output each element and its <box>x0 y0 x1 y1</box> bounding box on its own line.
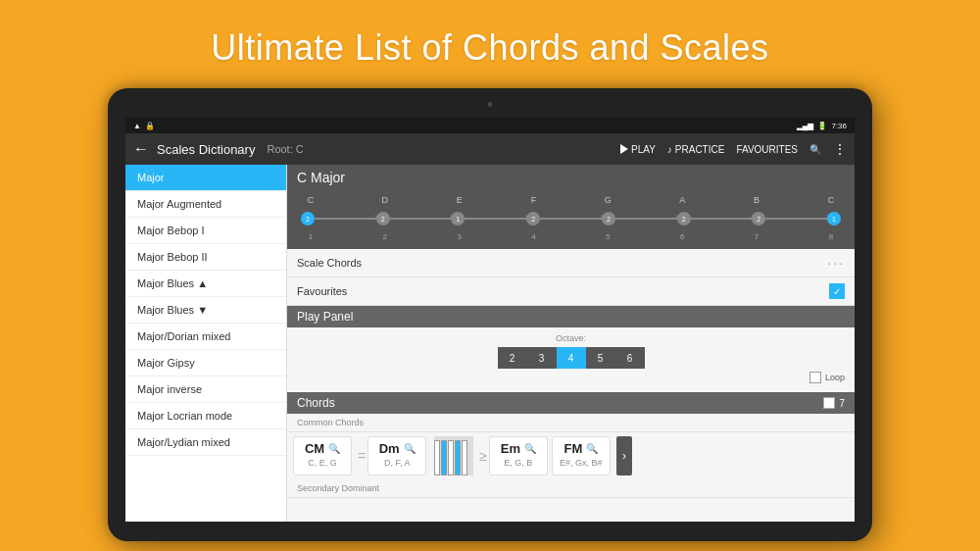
connector-7 <box>765 218 827 220</box>
chord-name-dm: Dm <box>379 441 400 456</box>
loop-label: Loop <box>825 373 845 382</box>
more-button[interactable]: ⋮ <box>833 141 847 157</box>
note-dot-1: 2 <box>301 212 315 225</box>
toolbar-title: Scales Dictionary <box>157 142 255 157</box>
note-dot-5: 2 <box>602 212 615 225</box>
sidebar-item-major-lydian[interactable]: Major/Lydian mixed <box>125 429 286 456</box>
chord-card-fm: FM 🔍 E#, Gx, B# <box>552 436 611 476</box>
chord-notes-cm: C, E, G <box>308 458 337 468</box>
scale-chords-value: ··· <box>827 255 845 271</box>
scale-chords-row: Scale Chords ··· <box>287 249 855 277</box>
sidebar-item-major[interactable]: Major <box>125 165 286 191</box>
scale-num-3: 3 <box>450 232 469 241</box>
note-label-b: B <box>747 195 766 205</box>
play-panel-content: Octave: 2 3 4 5 6 Loop <box>287 327 855 392</box>
wifi-icon: ▂▄▆ <box>797 122 814 130</box>
favourites-row: Favourites ✓ <box>287 277 855 306</box>
octave-5-button[interactable]: 5 <box>586 347 615 369</box>
practice-button[interactable]: ♪ PRACTICE <box>667 144 725 155</box>
note-label-c2: C <box>821 195 841 205</box>
sidebar-item-major-blues-up[interactable]: Major Blues ▲ <box>125 271 286 297</box>
page-title: Ultimate List of Chords and Scales <box>0 27 980 69</box>
sidebar-item-major-augmented[interactable]: Major Augmented <box>125 191 286 218</box>
practice-label: PRACTICE <box>675 144 725 155</box>
dm-keyboard <box>434 436 473 476</box>
octave-buttons: 2 3 4 5 6 <box>297 347 845 369</box>
sidebar-item-major-dorian[interactable]: Major/Dorian mixed <box>125 324 286 350</box>
sidebar-item-major-bebop-i[interactable]: Major Bebop I <box>125 218 286 244</box>
scale-num-7: 7 <box>747 232 766 241</box>
chords-count: 7 <box>839 398 845 409</box>
play-button[interactable]: PLAY <box>620 144 656 155</box>
chord-search-cm[interactable]: 🔍 <box>328 443 340 454</box>
camera-dot <box>488 102 493 107</box>
note-dot-7: 2 <box>752 212 765 225</box>
octave-6-button[interactable]: 6 <box>615 347 645 369</box>
chord-search-fm[interactable]: 🔍 <box>586 443 598 454</box>
chord-search-em[interactable]: 🔍 <box>524 443 536 454</box>
loop-checkbox[interactable] <box>809 372 821 383</box>
scale-num-2: 2 <box>375 232 395 241</box>
chords-count-checkbox[interactable] <box>823 397 835 409</box>
search-icon: 🔍 <box>809 144 821 155</box>
chord-notes-em: E, G, B <box>504 458 532 468</box>
note-dot-8: 1 <box>827 212 841 225</box>
scale-num-1: 1 <box>301 232 320 241</box>
connector-3 <box>465 218 526 220</box>
connector-4 <box>540 218 602 220</box>
favourites-label: Favourites <box>297 285 829 297</box>
chord-card-dm: Dm 🔍 D, F, A <box>368 436 426 476</box>
note-label-g: G <box>598 195 617 205</box>
note-label-c: C <box>301 195 320 205</box>
loop-row: Loop <box>297 369 845 386</box>
chords-header: Chords 7 <box>287 392 855 414</box>
chord-card-cm: CM 🔍 C, E, G <box>293 436 352 476</box>
scale-sidebar: Major Major Augmented Major Bebop I Majo… <box>125 165 287 522</box>
connector-2 <box>390 218 452 220</box>
scale-num-4: 4 <box>524 232 544 241</box>
time-display: 7:36 <box>831 122 847 130</box>
battery-icon: 🔋 <box>817 122 827 130</box>
note-label-f: F <box>524 195 544 205</box>
play-label: PLAY <box>631 144 656 155</box>
octave-label: Octave: <box>297 333 845 343</box>
chord-name-fm: FM <box>564 441 582 456</box>
sidebar-item-major-bebop-ii[interactable]: Major Bebop II <box>125 244 286 271</box>
scale-chords-label: Scale Chords <box>297 257 827 269</box>
sidebar-item-major-locrian[interactable]: Major Locrian mode <box>125 403 286 429</box>
chords-title: Chords <box>297 396 335 410</box>
note-dot-3: 1 <box>451 212 465 225</box>
toolbar-root: Root: C <box>267 143 303 155</box>
favourites-label: FAVOURITES <box>736 144 798 155</box>
favourites-button[interactable]: FAVOURITES <box>736 144 798 155</box>
signal-icon: ▲ <box>133 122 141 130</box>
octave-3-button[interactable]: 3 <box>527 347 557 369</box>
favourites-checkbox[interactable]: ✓ <box>829 283 845 299</box>
scale-num-8: 8 <box>821 232 841 241</box>
search-button[interactable]: 🔍 <box>809 144 821 155</box>
note-dot-2: 2 <box>376 212 390 225</box>
white-key-3 <box>462 440 467 476</box>
music-icon: ♪ <box>667 144 672 155</box>
scale-diagram: C D E F G A B C 2 2 1 <box>287 190 855 249</box>
play-icon <box>620 144 628 154</box>
scale-num-6: 6 <box>672 232 692 241</box>
chord-name-cm: CM <box>305 441 324 456</box>
more-chords-arrow[interactable]: › <box>616 436 632 476</box>
back-button[interactable]: ← <box>133 140 149 158</box>
chord-greater-1: ≥ <box>479 448 487 464</box>
content-area: Major Major Augmented Major Bebop I Majo… <box>125 165 855 522</box>
white-key-pressed <box>441 440 447 476</box>
chord-search-dm[interactable]: 🔍 <box>404 443 416 454</box>
sidebar-item-major-gipsy[interactable]: Major Gipsy <box>125 350 286 376</box>
note-dot-6: 2 <box>677 212 691 225</box>
chord-name-em: Em <box>501 441 520 456</box>
main-panel: C Major C D E F G A B C 2 <box>287 165 855 522</box>
chord-notes-dm: D, F, A <box>384 458 411 468</box>
octave-2-button[interactable]: 2 <box>498 347 527 369</box>
sidebar-item-major-blues-down[interactable]: Major Blues ▼ <box>125 297 286 324</box>
octave-4-button[interactable]: 4 <box>557 347 586 369</box>
note-label-e: E <box>450 195 469 205</box>
sidebar-item-major-inverse[interactable]: Major inverse <box>125 376 286 403</box>
chord-notes-fm: E#, Gx, B# <box>560 458 603 468</box>
